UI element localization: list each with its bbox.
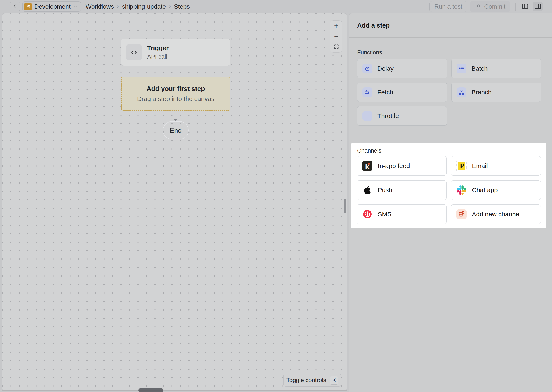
dropzone-subtitle: Drag a step into the canvas: [137, 95, 214, 102]
panel-title: Add a step: [357, 22, 390, 29]
channel-tile-chat-app[interactable]: Chat app: [451, 180, 541, 200]
end-node-label: End: [170, 126, 182, 134]
channel-tile-push[interactable]: Push: [357, 180, 447, 200]
tile-label: Add new channel: [472, 211, 521, 218]
tile-label: Email: [472, 162, 488, 169]
topbar-actions: Run a test Commit: [429, 1, 543, 12]
commit-icon: [475, 3, 482, 11]
add-channel-icon: [456, 209, 467, 219]
toggle-left-panel-button[interactable]: [520, 2, 530, 11]
vertical-scrollbar[interactable]: [344, 199, 346, 213]
channels-spotlight: Channels k In-app feed: [351, 143, 546, 228]
function-tile-batch[interactable]: Batch: [451, 59, 541, 78]
list-icon: [457, 64, 466, 73]
knock-logo: k: [362, 161, 373, 171]
channel-tile-in-app-feed[interactable]: k In-app feed: [357, 156, 447, 176]
tile-label: Fetch: [377, 89, 393, 96]
trigger-node-text: Trigger API call: [147, 44, 169, 60]
edge-connector: [175, 66, 176, 77]
apple-logo: [362, 185, 373, 195]
function-tile-branch[interactable]: Branch: [451, 83, 541, 102]
tile-label: Batch: [472, 65, 488, 72]
end-node: End: [163, 121, 189, 140]
toggle-controls-label: Toggle controls: [286, 377, 326, 384]
functions-grid: Delay Batch Fetch: [357, 59, 541, 126]
arrowhead-icon: [174, 119, 178, 121]
tile-label: In-app feed: [378, 162, 410, 169]
filter-lines-icon: [363, 111, 372, 121]
channel-tile-add-new[interactable]: Add new channel: [451, 204, 541, 224]
channel-tile-sms[interactable]: SMS: [357, 204, 447, 224]
function-tile-delay[interactable]: Delay: [357, 59, 447, 78]
toggle-right-panel-button[interactable]: [533, 2, 543, 11]
zoom-out-button[interactable]: −: [330, 31, 342, 42]
twilio-logo: [362, 209, 373, 219]
environment-selector[interactable]: Development: [22, 1, 81, 12]
tile-label: Branch: [472, 89, 492, 96]
trigger-node[interactable]: Trigger API call: [121, 39, 230, 66]
channels-grid: k In-app feed P Email: [357, 156, 541, 224]
breadcrumb: Workflows › shipping-update › Steps: [86, 3, 190, 10]
channels-heading: Channels: [357, 147, 381, 154]
slack-logo: [456, 185, 467, 195]
divider: [515, 3, 516, 11]
add-step-panel: Add a step Functions Delay Batch: [349, 13, 552, 392]
zoom-controls: + −: [330, 20, 342, 53]
run-test-button[interactable]: Run a test: [429, 1, 467, 12]
environment-folder-icon: [24, 3, 32, 10]
svg-text:P: P: [460, 163, 464, 169]
tile-label: SMS: [378, 211, 392, 218]
panel-left-icon: [521, 3, 529, 11]
swap-arrows-icon: [363, 87, 372, 97]
chevron-left-icon: [12, 7, 18, 10]
commit-label: Commit: [484, 3, 505, 10]
postmark-logo: P: [456, 161, 467, 171]
hierarchy-icon: [457, 87, 466, 97]
code-icon: [126, 44, 142, 60]
toggle-controls-button[interactable]: Toggle controls K: [283, 374, 341, 387]
edge-connector: [175, 111, 176, 119]
keyboard-shortcut-badge: K: [330, 376, 338, 385]
zoom-in-button[interactable]: +: [330, 21, 342, 31]
add-first-step-dropzone[interactable]: Add your first step Drag a step into the…: [121, 77, 230, 111]
functions-heading: Functions: [357, 49, 382, 56]
dropzone-title: Add your first step: [146, 85, 205, 93]
environment-label: Development: [34, 3, 71, 10]
topbar: Development Workflows › shipping-update …: [0, 0, 552, 13]
horizontal-scrollbar[interactable]: [138, 388, 163, 392]
function-tile-fetch[interactable]: Fetch: [357, 83, 447, 102]
breadcrumb-workflows[interactable]: Workflows: [86, 3, 114, 10]
stopwatch-icon: [363, 64, 372, 73]
panel-header: Add a step: [349, 13, 552, 38]
tile-label: Throttle: [377, 112, 399, 119]
fit-view-button[interactable]: [330, 42, 342, 52]
breadcrumb-workflow-name[interactable]: shipping-update: [122, 3, 166, 10]
tile-label: Delay: [377, 65, 394, 72]
breadcrumb-separator: ›: [169, 3, 171, 9]
commit-button[interactable]: Commit: [470, 1, 510, 12]
trigger-node-subtitle: API call: [147, 53, 169, 60]
back-button[interactable]: [10, 2, 20, 11]
horizontal-scrollbar-track: [2, 390, 347, 391]
tile-label: Chat app: [472, 187, 498, 194]
function-tile-throttle[interactable]: Throttle: [357, 106, 447, 126]
tile-label: Push: [378, 187, 392, 194]
trigger-node-title: Trigger: [147, 44, 169, 52]
breadcrumb-separator: ›: [117, 3, 119, 9]
channel-tile-email[interactable]: P Email: [451, 156, 541, 176]
breadcrumb-current-page: Steps: [174, 3, 190, 10]
app-root: Development Workflows › shipping-update …: [0, 0, 552, 392]
fit-view-icon: [333, 43, 339, 52]
workflow-canvas[interactable]: Trigger API call Add your first step Dra…: [2, 13, 347, 391]
panel-right-icon: [534, 3, 542, 11]
chevron-down-icon: [73, 4, 78, 9]
